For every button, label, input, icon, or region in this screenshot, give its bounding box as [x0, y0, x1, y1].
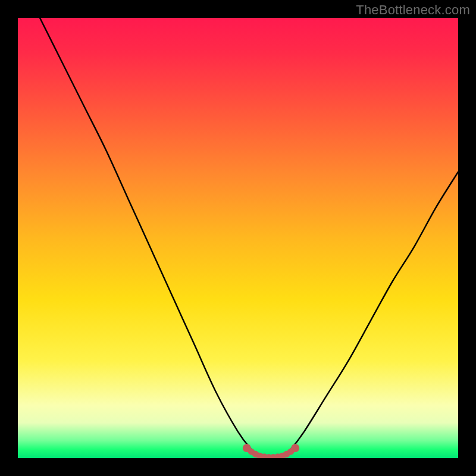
bottleneck-curve-path: [40, 18, 458, 458]
curve-svg: [18, 18, 458, 458]
watermark-text: TheBottleneck.com: [356, 2, 470, 18]
chart-frame: TheBottleneck.com: [0, 0, 476, 476]
bottleneck-curve: [40, 18, 458, 458]
optimal-range-dot: [291, 444, 299, 452]
plot-area: [18, 18, 458, 458]
optimal-range-dots: [243, 444, 299, 458]
